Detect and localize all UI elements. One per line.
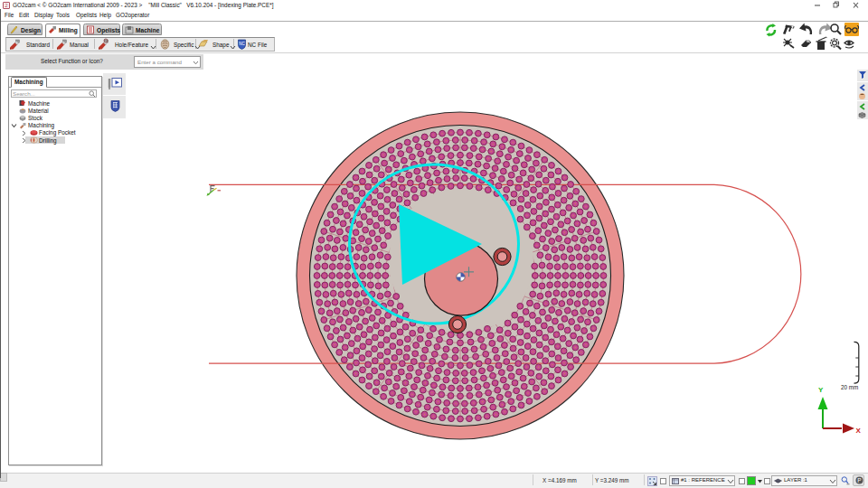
svg-text:NC: NC [239,42,245,46]
svg-text:20 mm: 20 mm [841,384,858,390]
svg-text:X: X [856,427,862,435]
svg-text:Y: Y [818,386,824,394]
svg-text:P: P [857,477,861,483]
